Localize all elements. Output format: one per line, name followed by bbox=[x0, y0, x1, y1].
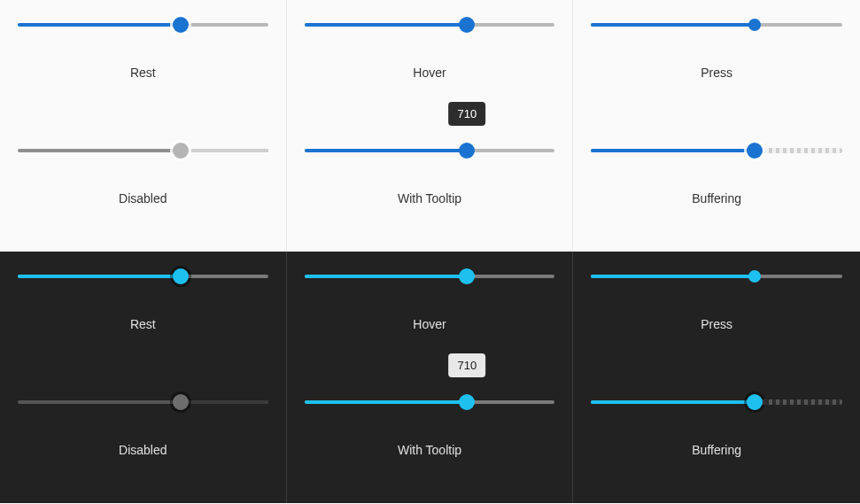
slider-fill bbox=[305, 275, 468, 278]
slider-buffering-indicator bbox=[755, 399, 842, 405]
slider-hover[interactable] bbox=[305, 260, 555, 292]
state-label: With Tooltip bbox=[398, 443, 461, 457]
cell-light-press: Press bbox=[573, 0, 860, 126]
slider-fill bbox=[18, 23, 181, 27]
slider-fill bbox=[591, 275, 754, 278]
cell-dark-rest: Rest bbox=[0, 252, 287, 377]
state-label: Buffering bbox=[692, 191, 741, 205]
slider-with-tooltip[interactable]: 710 bbox=[305, 135, 555, 167]
cell-dark-hover: Hover bbox=[287, 252, 574, 377]
slider-press[interactable] bbox=[591, 9, 842, 41]
cell-light-tooltip: 710 With Tooltip bbox=[287, 126, 574, 252]
state-label: Press bbox=[701, 66, 732, 80]
state-label: Rest bbox=[130, 317, 156, 331]
state-label: Hover bbox=[413, 66, 445, 80]
slider-remaining bbox=[181, 400, 268, 404]
slider-thumb[interactable] bbox=[748, 19, 761, 31]
slider-tooltip: 710 bbox=[449, 102, 486, 126]
cell-dark-tooltip: 710 With Tooltip bbox=[287, 377, 574, 503]
slider-disabled bbox=[18, 386, 268, 418]
slider-fill bbox=[591, 149, 754, 152]
slider-press[interactable] bbox=[591, 260, 842, 292]
slider-thumb[interactable] bbox=[747, 143, 763, 159]
state-label: Rest bbox=[130, 66, 156, 80]
slider-buffering[interactable] bbox=[591, 135, 842, 167]
cell-dark-buffering: Buffering bbox=[573, 377, 860, 503]
state-label: Buffering bbox=[692, 443, 741, 457]
state-label: Press bbox=[701, 317, 732, 331]
slider-rest[interactable] bbox=[18, 9, 268, 41]
slider-thumb[interactable] bbox=[173, 17, 189, 33]
cell-light-rest: Rest bbox=[0, 0, 287, 126]
slider-tooltip: 710 bbox=[449, 353, 486, 377]
slider-thumb[interactable] bbox=[459, 394, 475, 410]
slider-fill bbox=[591, 23, 754, 27]
slider-fill bbox=[305, 400, 468, 404]
slider-fill bbox=[591, 400, 754, 404]
cell-light-hover: Hover bbox=[287, 0, 574, 126]
slider-thumb[interactable] bbox=[459, 143, 475, 159]
slider-fill bbox=[18, 275, 181, 278]
slider-thumb[interactable] bbox=[459, 17, 475, 33]
slider-thumb bbox=[173, 143, 189, 159]
slider-disabled bbox=[18, 135, 268, 167]
state-label: Disabled bbox=[119, 443, 167, 457]
slider-buffering[interactable] bbox=[591, 386, 842, 418]
slider-with-tooltip[interactable]: 710 bbox=[305, 386, 555, 418]
slider-fill bbox=[305, 149, 468, 152]
slider-thumb[interactable] bbox=[748, 270, 761, 283]
cell-dark-disabled: Disabled bbox=[0, 377, 287, 503]
slider-fill bbox=[305, 23, 468, 27]
slider-thumb[interactable] bbox=[173, 268, 189, 284]
slider-states-gallery: Rest Hover Press Disabled bbox=[0, 0, 860, 503]
slider-remaining bbox=[181, 149, 268, 152]
state-label: With Tooltip bbox=[398, 191, 461, 205]
slider-thumb[interactable] bbox=[747, 394, 763, 410]
cell-dark-press: Press bbox=[573, 252, 860, 377]
cell-light-buffering: Buffering bbox=[573, 126, 860, 252]
slider-rest[interactable] bbox=[18, 260, 268, 292]
slider-thumb bbox=[173, 394, 189, 410]
slider-buffering-indicator bbox=[755, 148, 842, 153]
state-label: Disabled bbox=[119, 191, 167, 205]
slider-thumb[interactable] bbox=[459, 268, 475, 284]
cell-light-disabled: Disabled bbox=[0, 126, 287, 252]
slider-hover[interactable] bbox=[305, 9, 555, 41]
state-label: Hover bbox=[413, 317, 445, 331]
